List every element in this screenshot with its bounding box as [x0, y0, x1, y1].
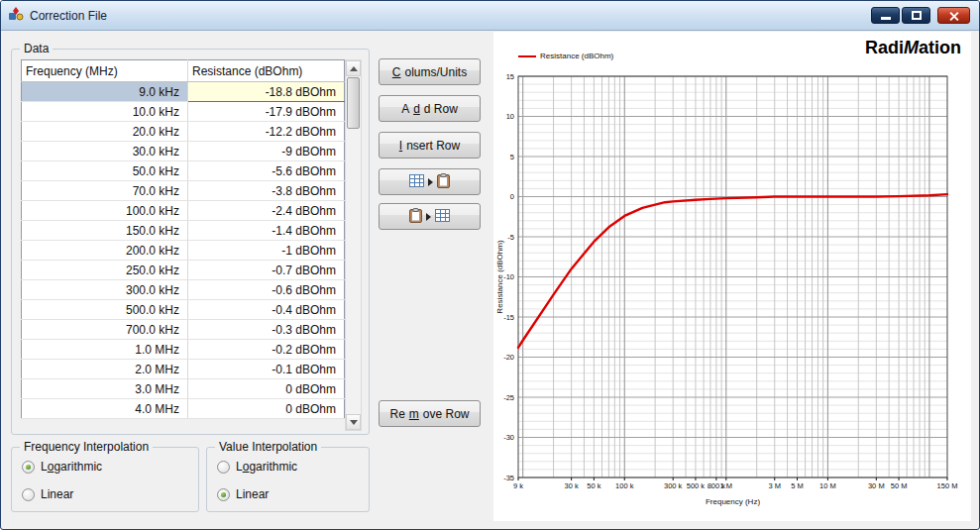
copy-table-to-clipboard-button[interactable]	[379, 168, 481, 195]
frequency-cell[interactable]: 3.0 MHz	[22, 379, 188, 399]
table-row[interactable]: 500.0 kHz-0.4 dBOhm	[22, 300, 345, 320]
table-icon	[435, 209, 450, 225]
resistance-cell[interactable]: -9 dBOhm	[188, 142, 345, 161]
table-row[interactable]: 250.0 kHz-0.7 dBOhm	[22, 261, 345, 280]
table-row[interactable]: 20.0 kHz-12.2 dBOhm	[22, 122, 345, 142]
frequency-cell[interactable]: 200.0 kHz	[22, 241, 188, 261]
resistance-cell[interactable]: -0.6 dBOhm	[188, 280, 345, 300]
resistance-chart: -35-30-25-20-15-10-50510159 k30 k50 k100…	[493, 32, 971, 521]
resistance-cell[interactable]: -0.2 dBOhm	[188, 340, 345, 360]
scroll-down-button[interactable]	[346, 414, 361, 430]
arrow-right-icon	[426, 213, 431, 221]
close-button[interactable]	[937, 7, 970, 24]
scrollbar-thumb[interactable]	[347, 77, 360, 129]
resistance-cell[interactable]: -0.7 dBOhm	[188, 261, 345, 280]
data-table-container: Frequency (MHz) Resistance (dBOhm) 9.0 k…	[21, 59, 362, 431]
table-row[interactable]: 1.0 MHz-0.2 dBOhm	[22, 340, 345, 360]
table-row[interactable]: 700.0 kHz-0.3 dBOhm	[22, 320, 345, 340]
paste-clipboard-to-table-button[interactable]	[379, 203, 481, 230]
titlebar[interactable]: Correction File	[1, 1, 979, 31]
arrow-down-icon	[350, 420, 358, 425]
radio-icon	[217, 488, 230, 501]
svg-text:30 k: 30 k	[565, 481, 579, 490]
frequency-cell[interactable]: 10.0 kHz	[22, 102, 188, 122]
minimize-icon	[881, 17, 891, 20]
insert-row-button[interactable]: Insert Row	[379, 132, 481, 159]
frequency-cell[interactable]: 50.0 kHz	[22, 161, 188, 181]
frequency-cell[interactable]: 100.0 kHz	[22, 201, 188, 221]
table-row[interactable]: 10.0 kHz-17.9 dBOhm	[22, 102, 345, 122]
value-interpolation-group: Value Interpolation Logarithmic Linear	[206, 447, 370, 512]
scroll-up-button[interactable]	[346, 60, 361, 76]
frequency-cell[interactable]: 70.0 kHz	[22, 181, 188, 201]
svg-text:150 M: 150 M	[937, 481, 958, 490]
frequency-cell[interactable]: 20.0 kHz	[22, 122, 188, 142]
resistance-cell[interactable]: -1 dBOhm	[188, 241, 345, 261]
add-row-button[interactable]: Add Row	[379, 95, 481, 122]
table-row[interactable]: 200.0 kHz-1 dBOhm	[22, 241, 345, 261]
frequency-cell[interactable]: 700.0 kHz	[22, 320, 188, 340]
resistance-cell[interactable]: 0 dBOhm	[188, 379, 345, 399]
frequency-cell[interactable]: 250.0 kHz	[22, 261, 188, 280]
table-row[interactable]: 30.0 kHz-9 dBOhm	[22, 142, 345, 161]
frequency-cell[interactable]: 9.0 kHz	[22, 82, 188, 102]
resistance-cell[interactable]: -12.2 dBOhm	[188, 122, 345, 142]
data-group: Data Frequency (MHz) Resistance (dBOhm) …	[11, 49, 370, 435]
radio-value-linear[interactable]: Linear	[217, 487, 269, 501]
radio-icon	[22, 461, 35, 474]
table-row[interactable]: 300.0 kHz-0.6 dBOhm	[22, 280, 345, 300]
table-row[interactable]: 50.0 kHz-5.6 dBOhm	[22, 161, 345, 181]
svg-text:10 M: 10 M	[819, 481, 836, 490]
resistance-cell[interactable]: -2.4 dBOhm	[188, 201, 345, 221]
frequency-cell[interactable]: 30.0 kHz	[22, 142, 188, 161]
table-row[interactable]: 70.0 kHz-3.8 dBOhm	[22, 181, 345, 201]
resistance-cell[interactable]: -5.6 dBOhm	[188, 161, 345, 181]
svg-text:9 k: 9 k	[513, 481, 523, 490]
value-interpolation-label: Value Interpolation	[215, 440, 321, 454]
resistance-cell[interactable]: -3.8 dBOhm	[188, 181, 345, 201]
remove-row-button[interactable]: Remove Row	[379, 400, 481, 427]
svg-text:5 M: 5 M	[791, 481, 804, 490]
resistance-cell[interactable]: -17.9 dBOhm	[188, 102, 345, 122]
radio-icon	[22, 488, 35, 501]
resistance-cell[interactable]: -0.3 dBOhm	[188, 320, 345, 340]
radio-frequency-logarithmic[interactable]: Logarithmic	[22, 460, 102, 474]
app-icon	[8, 6, 24, 26]
data-table[interactable]: Frequency (MHz) Resistance (dBOhm) 9.0 k…	[21, 59, 345, 419]
table-row[interactable]: 150.0 kHz-1.4 dBOhm	[22, 221, 345, 241]
radio-label: Linear	[236, 487, 269, 501]
radio-value-logarithmic[interactable]: Logarithmic	[217, 460, 297, 474]
maximize-button[interactable]	[902, 7, 930, 24]
table-row[interactable]: 100.0 kHz-2.4 dBOhm	[22, 201, 345, 221]
svg-text:30 M: 30 M	[868, 481, 885, 490]
radio-label: Logarithmic	[41, 460, 102, 474]
radio-label: Logarithmic	[236, 460, 297, 474]
frequency-cell[interactable]: 500.0 kHz	[22, 300, 188, 320]
resistance-cell[interactable]: -18.8 dBOhm	[188, 82, 345, 102]
frequency-cell[interactable]: 4.0 MHz	[22, 399, 188, 419]
svg-text:1 M: 1 M	[720, 481, 733, 490]
resistance-cell[interactable]: 0 dBOhm	[188, 399, 345, 419]
table-icon	[409, 174, 424, 190]
clipboard-icon	[409, 208, 422, 226]
frequency-cell[interactable]: 1.0 MHz	[22, 340, 188, 360]
table-row[interactable]: 4.0 MHz0 dBOhm	[22, 399, 345, 419]
frequency-cell[interactable]: 150.0 kHz	[22, 221, 188, 241]
radio-frequency-linear[interactable]: Linear	[22, 487, 73, 501]
table-scrollbar[interactable]	[345, 59, 362, 431]
columns-units-button[interactable]: Colums/Units	[379, 58, 481, 85]
chart-panel: RadiMation Resistance (dBOhm) -35-30-25-…	[493, 32, 971, 521]
resistance-cell[interactable]: -0.1 dBOhm	[188, 360, 345, 379]
frequency-cell[interactable]: 2.0 MHz	[22, 360, 188, 379]
svg-text:15: 15	[506, 72, 514, 81]
svg-text:-30: -30	[503, 433, 514, 442]
table-row[interactable]: 2.0 MHz-0.1 dBOhm	[22, 360, 345, 379]
svg-text:-5: -5	[507, 233, 514, 242]
minimize-button[interactable]	[871, 7, 900, 24]
frequency-cell[interactable]: 300.0 kHz	[22, 280, 188, 300]
resistance-cell[interactable]: -0.4 dBOhm	[188, 300, 345, 320]
table-row[interactable]: 9.0 kHz-18.8 dBOhm	[22, 82, 345, 102]
resistance-cell[interactable]: -1.4 dBOhm	[188, 221, 345, 241]
clipboard-icon	[437, 173, 450, 191]
table-row[interactable]: 3.0 MHz0 dBOhm	[22, 379, 345, 399]
